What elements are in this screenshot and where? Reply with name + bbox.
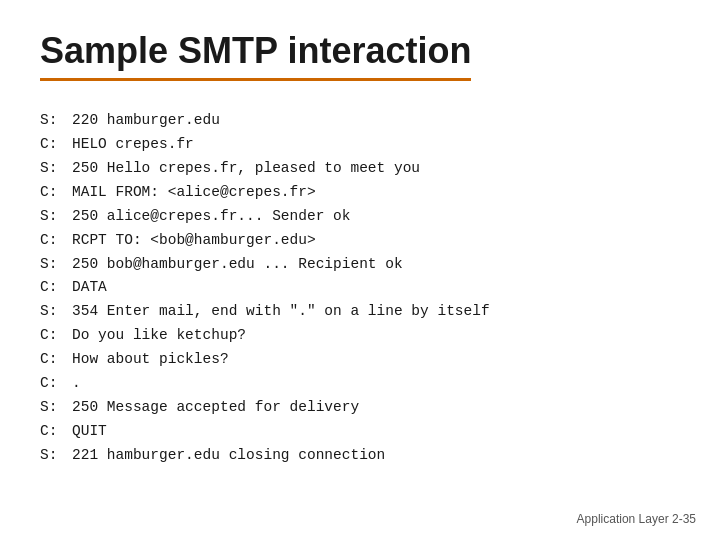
slide: Sample SMTP interaction S:220 hamburger.… (0, 0, 720, 540)
smtp-line: S:221 hamburger.edu closing connection (40, 444, 680, 468)
smtp-line: S:250 bob@hamburger.edu ... Recipient ok (40, 253, 680, 277)
smtp-line: C:HELO crepes.fr (40, 133, 680, 157)
smtp-line-text: RCPT TO: <bob@hamburger.edu> (72, 229, 316, 253)
smtp-line-label: C: (40, 181, 72, 205)
smtp-line-text: 250 Message accepted for delivery (72, 396, 359, 420)
smtp-line-label: C: (40, 372, 72, 396)
smtp-line-text: 221 hamburger.edu closing connection (72, 444, 385, 468)
smtp-line-text: . (72, 372, 81, 396)
smtp-line-label: S: (40, 300, 72, 324)
smtp-line-text: 220 hamburger.edu (72, 109, 220, 133)
smtp-line-label: C: (40, 348, 72, 372)
smtp-line-text: 354 Enter mail, end with "." on a line b… (72, 300, 490, 324)
smtp-line-label: S: (40, 444, 72, 468)
smtp-line-text: DATA (72, 276, 107, 300)
smtp-line: S:250 Message accepted for delivery (40, 396, 680, 420)
slide-footer: Application Layer 2-35 (577, 512, 696, 526)
smtp-line-text: How about pickles? (72, 348, 229, 372)
smtp-line-label: S: (40, 253, 72, 277)
smtp-line-text: 250 bob@hamburger.edu ... Recipient ok (72, 253, 403, 277)
smtp-line-label: S: (40, 157, 72, 181)
smtp-interaction-content: S:220 hamburger.eduC:HELO crepes.frS:250… (40, 109, 680, 468)
smtp-line-label: C: (40, 229, 72, 253)
smtp-line-text: 250 Hello crepes.fr, pleased to meet you (72, 157, 420, 181)
smtp-line-label: S: (40, 109, 72, 133)
smtp-line-label: C: (40, 324, 72, 348)
smtp-line-text: QUIT (72, 420, 107, 444)
smtp-line: C:. (40, 372, 680, 396)
smtp-line-label: C: (40, 276, 72, 300)
smtp-line-text: 250 alice@crepes.fr... Sender ok (72, 205, 350, 229)
smtp-line: S:220 hamburger.edu (40, 109, 680, 133)
smtp-line: C:Do you like ketchup? (40, 324, 680, 348)
smtp-line: C:QUIT (40, 420, 680, 444)
smtp-line: C:MAIL FROM: <alice@crepes.fr> (40, 181, 680, 205)
smtp-line-label: C: (40, 133, 72, 157)
smtp-line: S:250 Hello crepes.fr, pleased to meet y… (40, 157, 680, 181)
smtp-line: S:354 Enter mail, end with "." on a line… (40, 300, 680, 324)
smtp-line-text: MAIL FROM: <alice@crepes.fr> (72, 181, 316, 205)
smtp-line: C:DATA (40, 276, 680, 300)
smtp-line: C:How about pickles? (40, 348, 680, 372)
smtp-line-text: Do you like ketchup? (72, 324, 246, 348)
smtp-line: C:RCPT TO: <bob@hamburger.edu> (40, 229, 680, 253)
smtp-line-label: S: (40, 205, 72, 229)
smtp-line: S:250 alice@crepes.fr... Sender ok (40, 205, 680, 229)
smtp-line-label: S: (40, 396, 72, 420)
smtp-line-label: C: (40, 420, 72, 444)
smtp-line-text: HELO crepes.fr (72, 133, 194, 157)
slide-title: Sample SMTP interaction (40, 30, 471, 81)
